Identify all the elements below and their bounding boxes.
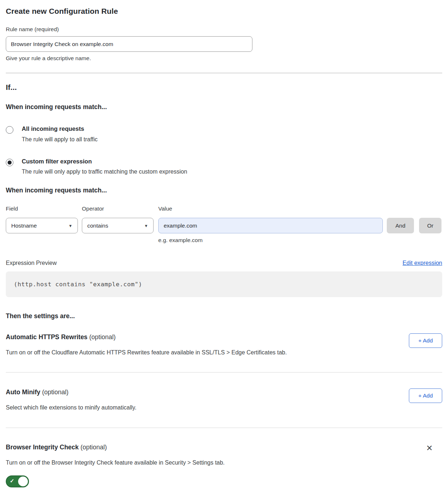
setting-row-automatic-https-rewrites: Automatic HTTPS Rewrites (optional) Turn… [6,333,442,356]
field-select[interactable]: Hostname ▼ [6,218,78,233]
expression-preview-label: Expression Preview [6,260,57,266]
operator-select-value: contains [87,223,108,229]
setting-title: Auto Minify [6,388,40,396]
setting-title: Automatic HTTPS Rewrites [6,333,88,341]
setting-optional-tag: (optional) [80,444,107,451]
rule-name-label: Rule name (required) [6,26,442,33]
setting-description: Select which file extensions to minify a… [6,404,137,411]
create-configuration-rule-form: Create new Configuration Rule Rule name … [0,0,448,499]
chevron-down-icon: ▼ [144,224,148,228]
browser-integrity-check-toggle[interactable]: ✓ [6,475,29,487]
field-select-value: Hostname [11,223,37,229]
value-label: Value [158,205,442,212]
setting-description: Turn on or off the Cloudflare Automatic … [6,349,287,356]
radio-description: The rule will only apply to traffic matc… [22,169,187,175]
radio-description: The rule will apply to all traffic [22,136,98,143]
toggle-knob [18,477,28,486]
rule-name-help: Give your rule a descriptive name. [6,55,442,62]
operator-select[interactable]: contains ▼ [82,218,154,233]
section-divider [6,73,442,73]
match-heading-top: When incoming requests match... [6,103,442,111]
or-button[interactable]: Or [419,218,441,233]
chevron-down-icon: ▼ [68,224,72,228]
radio-dot [8,161,12,165]
builder-labels-row: Field Operator Value [6,205,442,212]
value-hint: e.g. example.com [158,237,442,244]
expression-code-block: (http.host contains "example.com") [6,271,442,297]
radio-button-all-requests[interactable] [6,126,13,134]
radio-option-custom-filter: Custom filter expression The rule will o… [6,158,442,175]
settings-heading: Then the settings are... [6,312,442,320]
setting-description: Turn on or off the Browser Integrity Che… [6,460,225,466]
radio-option-all-requests: All incoming requests The rule will appl… [6,126,442,143]
radio-label: All incoming requests [22,126,98,132]
add-automatic-https-rewrites-button[interactable]: + Add [409,333,442,348]
builder-controls-row: Hostname ▼ contains ▼ And Or [6,218,442,233]
close-icon[interactable]: ✕ [426,444,433,452]
operator-label: Operator [82,205,158,212]
setting-optional-tag: (optional) [42,388,68,396]
setting-row-browser-integrity-check: Browser Integrity Check (optional) Turn … [6,444,442,489]
field-label: Field [6,205,82,212]
value-input[interactable] [158,218,383,233]
and-button[interactable]: And [387,218,414,233]
setting-divider [6,428,442,428]
check-icon: ✓ [10,478,14,484]
match-heading-builder: When incoming requests match... [6,187,442,194]
radio-dot [8,128,12,132]
radio-button-custom-filter[interactable] [6,159,13,166]
edit-expression-link[interactable]: Edit expression [403,260,442,266]
setting-title: Browser Integrity Check [6,444,79,451]
expression-preview-header: Expression Preview Edit expression [6,260,442,266]
setting-divider [6,372,442,373]
radio-label: Custom filter expression [22,158,187,165]
add-auto-minify-button[interactable]: + Add [409,388,442,403]
setting-optional-tag: (optional) [89,333,116,341]
expression-code: (http.host contains "example.com") [14,281,142,288]
if-heading: If... [6,83,442,92]
page-title: Create new Configuration Rule [6,7,442,16]
rule-name-input[interactable] [6,36,252,52]
setting-row-auto-minify: Auto Minify (optional) Select which file… [6,388,442,411]
